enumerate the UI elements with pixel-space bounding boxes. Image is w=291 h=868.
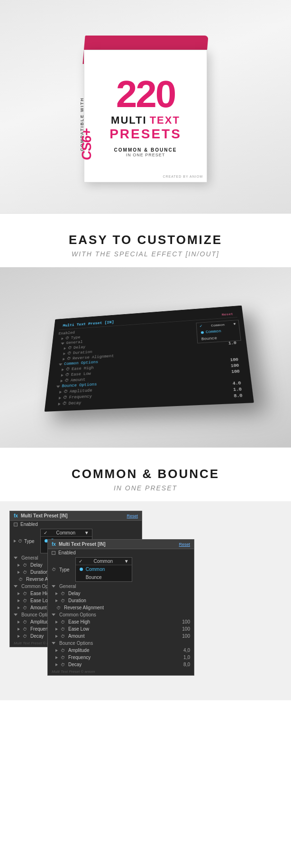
val-amount-p2: 100	[182, 633, 190, 639]
arrow-amount-p2	[55, 635, 58, 638]
arrow-amplitude	[59, 390, 62, 393]
arrow-common-opts	[59, 363, 63, 366]
panel-3d-reset[interactable]: Reset	[221, 312, 233, 316]
label-general-p2: General	[59, 584, 76, 589]
arrow-decay-p2	[55, 663, 58, 666]
label-type: Type	[71, 335, 81, 340]
label-dur-p1: Duration	[30, 570, 48, 575]
label-type-p2: Type	[59, 567, 70, 572]
val-easel-p2: 100	[182, 626, 190, 632]
val-decay: 8.0	[234, 393, 247, 398]
panel-3d-dropdown-selected: Common	[211, 323, 225, 327]
label-amp-p2: Amplitude	[68, 648, 89, 653]
arrow-type	[61, 337, 64, 340]
val-easeh-p2: 100	[182, 619, 190, 624]
ae-row-bounce-opts-p2: Bounce Options	[48, 640, 194, 647]
label-amount: Amount	[70, 377, 85, 382]
dd-val-p2: Common	[93, 559, 113, 564]
ae-row-reverse-p2: ⏱ Reverse Alignment	[48, 604, 194, 611]
option-common-label: Common	[206, 329, 221, 335]
arrow-general-p2	[52, 585, 55, 588]
label-common-opts-p2: Common Options	[59, 612, 96, 617]
val-decay-p2: 8,0	[183, 662, 190, 667]
dd-check-p2: ✓	[79, 559, 82, 564]
label-type-p1: Type	[24, 539, 35, 544]
enabled-checkbox[interactable]	[14, 523, 18, 526]
word-presets: PRESETS	[109, 127, 182, 142]
clock-amount-p1: ⏱	[23, 606, 27, 610]
product-box-section: 220 MULTI TEXT PRESETS COMMON & BOUNCE I…	[0, 0, 291, 213]
type-dropdown-p2[interactable]: ✓ Common ▼	[76, 558, 132, 565]
label-freq-p2: Frequency	[68, 655, 91, 660]
ae-row-type-p2: ⏱ Type ✓ Common ▼ Common Bounce	[48, 556, 194, 583]
clock-amount-p2: ⏱	[61, 634, 65, 639]
arrow-common-opts-p1	[14, 585, 18, 588]
arrow-duration	[63, 353, 65, 355]
ae-panel-1-reset[interactable]: Reset	[127, 514, 138, 518]
enabled-checkbox-p2[interactable]	[52, 551, 55, 555]
dd-option-bounce-p2[interactable]: Bounce	[76, 573, 132, 581]
ae-panel-1-enabled: Enabled	[10, 521, 142, 528]
type-dropdown-selector[interactable]: ✓ Common ▼	[41, 529, 92, 537]
dd-option-common-p2[interactable]: Common	[76, 565, 132, 573]
arrow-freq-p1	[18, 628, 20, 631]
cs6-plus-label: CS6+	[79, 128, 94, 161]
arrow-delay	[64, 347, 66, 349]
dropdown-val-p1: Common	[56, 530, 75, 535]
ae-panel-2: fx Multi Text Preset [IN] Reset Enabled …	[47, 539, 194, 676]
ae-panel-2-reset[interactable]: Reset	[179, 542, 190, 547]
val-ease-high: 100	[230, 357, 243, 362]
arrow-amp-p2	[55, 649, 58, 652]
clock-delay: ⏱	[68, 345, 72, 350]
clock-easel-p2: ⏱	[61, 627, 65, 632]
clock-freq-p2: ⏱	[61, 655, 65, 660]
arrow-decay-p1	[18, 635, 20, 638]
val-amount: 100	[231, 369, 244, 374]
label-frequency: Frequency	[69, 394, 92, 400]
clock-amount: ⏱	[64, 378, 69, 383]
label-delay: Delay	[73, 345, 86, 350]
box-3d-container: 220 MULTI TEXT PRESETS COMMON & BOUNCE I…	[79, 31, 212, 182]
arrow-delay-p1	[18, 564, 20, 567]
arrow-dur-p1	[18, 571, 20, 574]
val-freq-p2: 1,0	[183, 655, 190, 660]
arrow-easeh-p2	[55, 621, 58, 624]
arrow-ease-high	[62, 368, 64, 371]
ae-row-ease-low-p2: ⏱ Ease Low 100	[48, 625, 194, 633]
dropdown-check-p1: ✓	[44, 530, 47, 535]
clock-dur-p1: ⏱	[23, 570, 27, 575]
clock-type-p2: ⏱	[52, 567, 56, 572]
arrow-common-opts-p2	[52, 614, 55, 616]
arrow-freq-p2	[55, 656, 58, 659]
label-bounce-opts-p2: Bounce Options	[59, 641, 93, 646]
clock-ease-high: ⏱	[65, 367, 70, 371]
word-text: TEXT	[150, 114, 180, 127]
clock-amplitude: ⏱	[64, 389, 68, 394]
ae-row-delay-p2: ⏱ Delay	[48, 590, 194, 597]
label-dur-p2: Duration	[68, 598, 86, 603]
clock-delay-p2: ⏱	[61, 591, 65, 596]
ae-row-ease-high-p2: ⏱ Ease High 100	[48, 618, 194, 625]
arrow-delay-p2	[55, 592, 58, 595]
option-bounce-label: Bounce	[201, 336, 218, 342]
clock-amp-p2: ⏱	[61, 648, 65, 653]
enabled-label-p2: Enabled	[58, 550, 76, 555]
val-frequency: 1.0	[233, 387, 246, 392]
arrow-general	[61, 342, 64, 344]
common-bounce-label: COMMON & BOUNCE	[114, 147, 177, 153]
common-bounce-section: COMMON & BOUNCE IN ONE PRESET	[0, 448, 291, 501]
3d-panel-section: Multi Text Preset [IN] Reset ✓ Common ▼ …	[0, 267, 291, 447]
ae-panel-2-footer: Multi Text Preset © aniom	[48, 668, 194, 675]
panel-3d-content: Multi Text Preset [IN] Reset ✓ Common ▼ …	[45, 306, 254, 412]
ae-panel-2-header: fx Multi Text Preset [IN] Reset	[48, 540, 194, 549]
ae-row-freq-p2: ⏱ Frequency 1,0	[48, 654, 194, 661]
panel-3d-dropdown-arrow: ▼	[233, 322, 236, 326]
ae-row-duration-p2: ⏱ Duration	[48, 597, 194, 604]
label-rev-p2: Reverse Alignment	[64, 605, 104, 610]
clock-easeh-p2: ⏱	[61, 620, 65, 624]
clock-dur-p2: ⏱	[61, 598, 65, 603]
ae-row-amount-p2: ⏱ Amount 100	[48, 633, 194, 640]
in-one-preset-label: IN ONE PRESET	[126, 153, 165, 157]
arrow-amp-p1	[18, 621, 20, 624]
option-common-p2: Common	[86, 567, 105, 572]
